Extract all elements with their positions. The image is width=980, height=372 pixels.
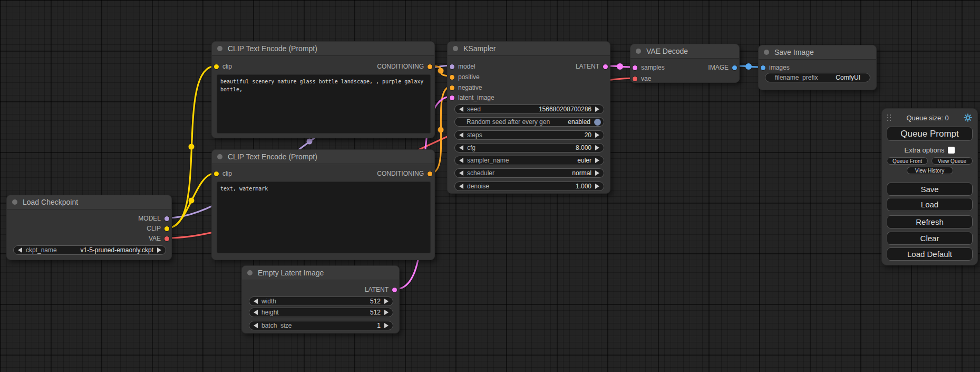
- comfyui-canvas[interactable]: { "port_colors": { "model": "#B39DDB", "…: [0, 0, 980, 372]
- input-port-vae[interactable]: [633, 77, 637, 81]
- input-port-negative[interactable]: [450, 85, 454, 90]
- output-port-conditioning[interactable]: [428, 171, 432, 176]
- output-slot-latent[interactable]: LATENT: [365, 284, 397, 295]
- node-collapse-dot[interactable]: [217, 46, 222, 51]
- load-default-button[interactable]: Load Default: [887, 247, 973, 261]
- input-port-clip[interactable]: [214, 64, 219, 69]
- load-button[interactable]: Load: [887, 198, 973, 211]
- increment-arrow-icon[interactable]: [384, 299, 389, 304]
- increment-arrow-icon[interactable]: [595, 184, 599, 189]
- input-slot-vae[interactable]: vae: [633, 73, 651, 84]
- node-collapse-dot[interactable]: [247, 270, 253, 275]
- output-port-latent[interactable]: [392, 288, 397, 292]
- output-port-vae[interactable]: [164, 236, 169, 241]
- increment-arrow-icon[interactable]: [595, 132, 599, 138]
- input-port-samples[interactable]: [633, 65, 637, 70]
- node-title-bar[interactable]: CLIP Text Encode (Prompt): [212, 42, 434, 56]
- node-collapse-dot[interactable]: [217, 154, 222, 159]
- decrement-arrow-icon[interactable]: [254, 299, 258, 304]
- save-button[interactable]: Save: [887, 183, 973, 196]
- clear-button[interactable]: Clear: [887, 232, 973, 245]
- output-slot-latent[interactable]: LATENT: [576, 63, 608, 70]
- input-slot-clip[interactable]: clip: [214, 170, 232, 177]
- output-port-conditioning[interactable]: [428, 64, 432, 69]
- toggle-icon[interactable]: [594, 119, 601, 126]
- node-clip-text-encode-negative[interactable]: CLIP Text Encode (Prompt) clip CONDITION…: [211, 149, 435, 260]
- output-port-clip[interactable]: [164, 226, 169, 231]
- input-slot-samples[interactable]: samples: [633, 64, 665, 71]
- node-title-bar[interactable]: VAE Decode: [630, 44, 739, 59]
- decrement-arrow-icon[interactable]: [459, 170, 463, 176]
- node-vae-decode[interactable]: VAE Decode samples IMAGE vae: [630, 44, 740, 83]
- node-save-image[interactable]: Save Image images filename_prefix ComfyU…: [758, 45, 877, 90]
- input-port-model[interactable]: [450, 64, 454, 69]
- widget-batch-size[interactable]: batch_size 1: [249, 321, 393, 330]
- input-port-latent-image[interactable]: [450, 96, 454, 100]
- decrement-arrow-icon[interactable]: [254, 310, 258, 315]
- node-collapse-dot[interactable]: [764, 50, 769, 55]
- input-port-clip[interactable]: [214, 171, 219, 176]
- prompt-textarea[interactable]: text, watermark: [217, 182, 431, 253]
- widget-random-seed[interactable]: Random seed after every gen enabled: [454, 117, 604, 127]
- output-slot-image[interactable]: IMAGE: [708, 64, 737, 71]
- decrement-arrow-icon[interactable]: [459, 107, 463, 112]
- input-port-positive[interactable]: [450, 75, 454, 80]
- node-title-bar[interactable]: CLIP Text Encode (Prompt): [212, 150, 434, 164]
- view-queue-button[interactable]: View Queue: [932, 157, 973, 165]
- node-clip-text-encode-positive[interactable]: CLIP Text Encode (Prompt) clip CONDITION…: [211, 41, 435, 138]
- node-collapse-dot[interactable]: [453, 46, 458, 51]
- widget-ckpt-name[interactable]: ckpt_name v1-5-pruned-emaonly.ckpt: [13, 245, 166, 255]
- increment-arrow-icon[interactable]: [595, 158, 599, 163]
- increment-arrow-icon[interactable]: [384, 310, 389, 315]
- output-slot-clip[interactable]: CLIP: [147, 223, 169, 234]
- drag-handle-icon[interactable]: [887, 115, 891, 121]
- node-title-bar[interactable]: Empty Latent Image: [242, 266, 399, 280]
- node-title-bar[interactable]: KSampler: [448, 42, 610, 56]
- input-slot-negative[interactable]: negative: [450, 82, 482, 93]
- increment-arrow-icon[interactable]: [595, 145, 599, 150]
- view-history-button[interactable]: View History: [907, 167, 953, 174]
- widget-cfg[interactable]: cfg 8.000: [454, 143, 604, 152]
- output-slot-vae[interactable]: VAE: [149, 233, 169, 244]
- widget-scheduler[interactable]: scheduler normal: [454, 168, 604, 178]
- prompt-textarea[interactable]: beautiful scenery nature glass bottle la…: [217, 74, 431, 133]
- output-slot-conditioning[interactable]: CONDITIONING: [377, 170, 432, 177]
- output-port-latent[interactable]: [603, 64, 608, 69]
- node-empty-latent-image[interactable]: Empty Latent Image LATENT width 512 heig…: [241, 265, 400, 333]
- widget-denoise[interactable]: denoise 1.000: [454, 182, 604, 191]
- widget-height[interactable]: height 512: [249, 308, 393, 317]
- extra-options-checkbox[interactable]: [948, 147, 955, 154]
- node-load-checkpoint[interactable]: Load Checkpoint MODEL CLIP VAE ckpt_name…: [6, 195, 172, 260]
- decrement-arrow-icon[interactable]: [459, 158, 463, 163]
- node-collapse-dot[interactable]: [636, 49, 641, 54]
- widget-width[interactable]: width 512: [249, 297, 393, 306]
- node-title-bar[interactable]: Save Image: [759, 45, 876, 60]
- output-port-model[interactable]: [164, 216, 169, 221]
- node-title-bar[interactable]: Load Checkpoint: [7, 195, 171, 209]
- decrement-arrow-icon[interactable]: [459, 132, 463, 138]
- widget-seed[interactable]: seed 156680208700286: [454, 104, 604, 114]
- decrement-arrow-icon[interactable]: [459, 184, 463, 189]
- widget-sampler-name[interactable]: sampler_name euler: [454, 156, 604, 165]
- refresh-button[interactable]: Refresh: [887, 215, 973, 228]
- input-slot-clip[interactable]: clip: [214, 63, 232, 70]
- decrement-arrow-icon[interactable]: [254, 323, 258, 328]
- input-port-images[interactable]: [761, 65, 765, 70]
- input-slot-images[interactable]: images: [761, 62, 790, 73]
- increment-arrow-icon[interactable]: [595, 107, 599, 112]
- increment-arrow-icon[interactable]: [384, 323, 389, 328]
- increment-arrow-icon[interactable]: [157, 247, 161, 253]
- widget-steps[interactable]: steps 20: [454, 130, 604, 140]
- input-slot-latent-image[interactable]: latent_image: [450, 92, 494, 103]
- input-slot-positive[interactable]: positive: [450, 72, 480, 82]
- increment-arrow-icon[interactable]: [595, 170, 599, 176]
- decrement-arrow-icon[interactable]: [459, 145, 463, 150]
- node-ksampler[interactable]: KSampler model LATENT positive negative …: [447, 41, 610, 194]
- output-slot-conditioning[interactable]: CONDITIONING: [377, 63, 432, 70]
- queue-front-button[interactable]: Queue Front: [887, 157, 928, 165]
- gear-icon[interactable]: [964, 113, 972, 122]
- widget-filename-prefix[interactable]: filename_prefix ComfyUI: [765, 73, 870, 82]
- queue-prompt-button[interactable]: Queue Prompt: [887, 127, 973, 141]
- node-collapse-dot[interactable]: [12, 199, 17, 205]
- decrement-arrow-icon[interactable]: [18, 247, 22, 253]
